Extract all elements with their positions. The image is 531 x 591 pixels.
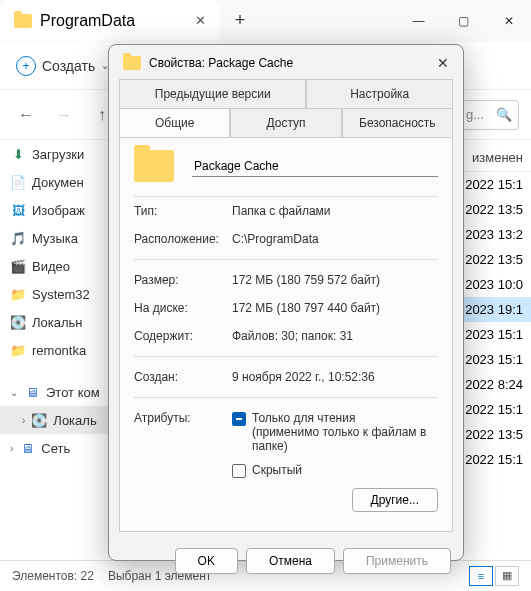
view-details-button[interactable]: ≡ xyxy=(469,566,493,586)
minimize-button[interactable]: — xyxy=(396,0,441,41)
properties-dialog: Свойства: Package Cache ✕ Предыдущие вер… xyxy=(108,44,464,561)
sidebar-item[interactable]: 💽Локальн xyxy=(0,308,111,336)
close-window-button[interactable]: ✕ xyxy=(486,0,531,41)
forward-button[interactable]: → xyxy=(50,101,78,129)
new-tab-button[interactable]: + xyxy=(220,0,260,41)
back-button[interactable]: ← xyxy=(12,101,40,129)
date-column-header[interactable]: изменен xyxy=(472,150,523,165)
property-row: Содержит:Файлов: 30; папок: 31 xyxy=(134,322,438,350)
sidebar-item[interactable]: 📁System32 xyxy=(0,280,111,308)
dialog-title: Свойства: Package Cache xyxy=(149,56,293,70)
maximize-button[interactable]: ▢ xyxy=(441,0,486,41)
created-value: 9 ноября 2022 г., 10:52:36 xyxy=(232,370,375,384)
sidebar-item[interactable]: 🎬Видео xyxy=(0,252,111,280)
checkbox-icon xyxy=(232,464,246,478)
readonly-checkbox[interactable]: Только для чтения (применимо только к фа… xyxy=(232,411,438,453)
sidebar-local-disk[interactable]: ›💽Локаль xyxy=(0,406,111,434)
tab-sharing[interactable]: Доступ xyxy=(230,108,341,137)
checkbox-indeterminate-icon xyxy=(232,412,246,426)
sidebar-item[interactable]: 🖼Изображ xyxy=(0,196,111,224)
folder-name-input[interactable] xyxy=(192,156,438,177)
sidebar-item[interactable]: 🎵Музыка xyxy=(0,224,111,252)
apply-button[interactable]: Применить xyxy=(343,548,451,574)
create-button[interactable]: + Создать ⌄ xyxy=(16,56,109,76)
folder-icon xyxy=(123,56,141,70)
tab-close-icon[interactable]: ✕ xyxy=(195,13,206,28)
hidden-checkbox[interactable]: Скрытый xyxy=(232,463,438,478)
plus-icon: + xyxy=(16,56,36,76)
sidebar-network[interactable]: ›🖥Сеть xyxy=(0,434,111,462)
tab-previous-versions[interactable]: Предыдущие версии xyxy=(119,79,306,108)
property-row: Расположение:C:\ProgramData xyxy=(134,225,438,253)
sidebar-item[interactable]: ⬇Загрузки xyxy=(0,140,111,168)
sidebar: ⬇Загрузки📄Докумен🖼Изображ🎵Музыка🎬Видео📁S… xyxy=(0,140,112,560)
explorer-tab[interactable]: ProgramData ✕ xyxy=(0,0,220,41)
sidebar-item[interactable]: 📄Докумен xyxy=(0,168,111,196)
dialog-close-button[interactable]: ✕ xyxy=(437,55,449,71)
search-input[interactable]: g... 🔍 xyxy=(459,100,519,130)
cancel-button[interactable]: Отмена xyxy=(246,548,335,574)
sidebar-this-pc[interactable]: ⌄🖥Этот ком xyxy=(0,378,111,406)
status-count: Элементов: 22 xyxy=(12,569,94,583)
attributes-label: Атрибуты: xyxy=(134,411,232,512)
property-row: Тип:Папка с файлами xyxy=(134,197,438,225)
property-row: Размер:172 МБ (180 759 572 байт) xyxy=(134,266,438,294)
property-row: На диске:172 МБ (180 797 440 байт) xyxy=(134,294,438,322)
tab-security[interactable]: Безопасность xyxy=(342,108,453,137)
sidebar-item[interactable]: 📁remontka xyxy=(0,336,111,364)
other-attributes-button[interactable]: Другие... xyxy=(352,488,438,512)
folder-large-icon xyxy=(134,150,174,182)
folder-icon xyxy=(14,14,32,28)
search-icon: 🔍 xyxy=(496,107,512,122)
view-icons-button[interactable]: ▦ xyxy=(495,566,519,586)
created-label: Создан: xyxy=(134,370,232,384)
tab-title: ProgramData xyxy=(40,12,135,30)
tab-customize[interactable]: Настройка xyxy=(306,79,453,108)
tab-general[interactable]: Общие xyxy=(119,108,230,137)
ok-button[interactable]: OK xyxy=(175,548,238,574)
